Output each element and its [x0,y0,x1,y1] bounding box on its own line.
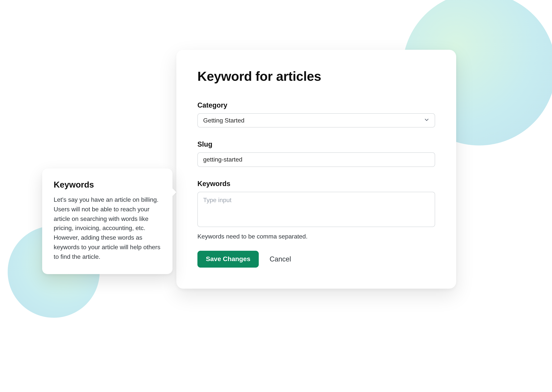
keywords-field-group: Keywords Keywords need to be comma separ… [197,180,435,240]
category-select[interactable]: Getting Started [197,113,435,127]
tooltip-body: Let's say you have an article on billing… [54,195,161,262]
save-button[interactable]: Save Changes [197,251,259,268]
keyword-form-card: Keyword for articles Category Getting St… [176,50,456,289]
keywords-label: Keywords [197,180,435,188]
category-field-group: Category Getting Started [197,101,435,127]
tooltip-title: Keywords [54,180,161,190]
page-title: Keyword for articles [197,69,435,84]
cancel-button[interactable]: Cancel [269,254,292,265]
keywords-input[interactable] [197,192,435,227]
slug-input[interactable] [197,152,435,167]
category-select-wrap: Getting Started [197,113,435,127]
keywords-helper-text: Keywords need to be comma separated. [197,233,435,240]
category-label: Category [197,101,435,110]
slug-label: Slug [197,140,435,148]
slug-field-group: Slug [197,140,435,167]
keywords-tooltip-card: Keywords Let's say you have an article o… [42,168,173,274]
form-actions: Save Changes Cancel [197,251,435,268]
